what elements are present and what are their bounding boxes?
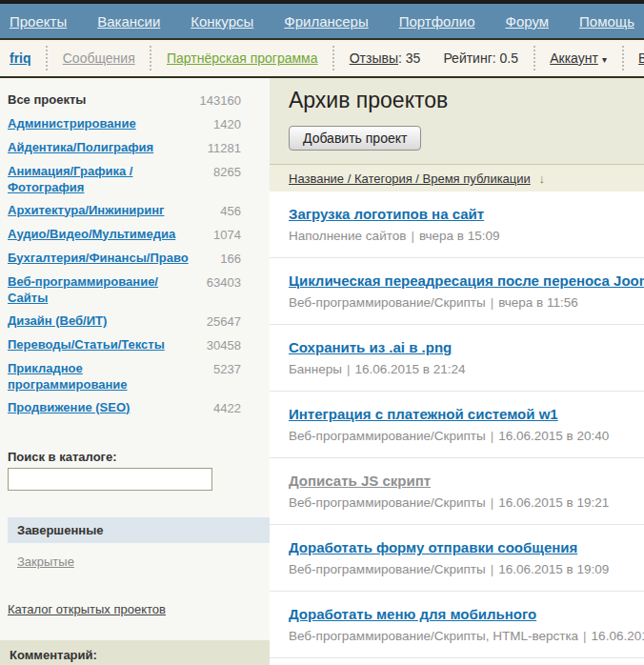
toolbar-separator	[150, 46, 151, 71]
category-count: 166	[220, 250, 241, 267]
category-item: Прикладное программирование 5237	[8, 356, 241, 395]
project-title-link[interactable]: Доработать меню для мобильного	[289, 606, 536, 622]
category-count: 4422	[213, 399, 241, 416]
category-item: Архитектура/Инжиниринг 456	[8, 198, 241, 222]
reviews-link[interactable]: Отзывы	[350, 50, 398, 66]
project-meta: Веб-программирование/Скрипты|16.06.2015 …	[289, 429, 644, 443]
page-content: Все проекты 143160 Администрирование 142…	[0, 78, 644, 661]
account-menu[interactable]: Аккаунт▾	[550, 50, 607, 66]
category-count: 143160	[200, 91, 241, 109]
project-meta: Веб-программирование/Скрипты|вчера в 11:…	[289, 295, 644, 310]
sort-descending-icon[interactable]: ↓	[538, 171, 545, 186]
category-count: 456	[220, 202, 241, 219]
partner-program-link[interactable]: Партнёрская программа	[167, 50, 318, 66]
category-link[interactable]: Архитектура/Инжиниринг	[8, 202, 164, 218]
category-link[interactable]: Прикладное программирование	[8, 360, 198, 393]
sort-bar: Название / Категория / Время публикации …	[270, 164, 644, 191]
category-list: Все проекты 143160 Администрирование 142…	[0, 88, 270, 419]
project-meta: Наполнение сайтов|вчера в 15:09	[289, 229, 644, 243]
category-item: Администрирование 1420	[8, 111, 241, 135]
add-project-button[interactable]: Добавить проект	[289, 126, 421, 151]
page-title: Архив проектов	[289, 88, 633, 113]
category-item: Продвижение (SEO) 4422	[8, 395, 241, 419]
meta-separator: |	[491, 429, 494, 443]
user-stats: Отзывы: 35 Рейтинг: 0.5	[350, 50, 518, 66]
open-projects-catalog-link[interactable]: Каталог открытых проектов	[8, 602, 166, 616]
project-item: Интеграция с платежной системой w1 Веб-п…	[270, 392, 644, 458]
project-item: Циклическая переадресация после переноса…	[270, 258, 644, 325]
category-item: Веб-программирование/Сайты 63403	[8, 270, 241, 309]
project-list: Загрузка логотипов на сайт Наполнение са…	[270, 191, 644, 661]
user-toolbar: friq Сообщения Партнёрская программа Отз…	[0, 40, 644, 78]
category-link[interactable]: Продвижение (SEO)	[8, 399, 130, 415]
meta-separator: |	[411, 229, 414, 243]
category-count: 25647	[207, 312, 241, 330]
project-time: 16.06.2015 в 1	[592, 629, 644, 643]
nav-item-help[interactable]: Помощь	[579, 13, 634, 30]
project-item: Сохранить из .ai в .png Баннеры|16.06.20…	[270, 325, 644, 392]
project-meta: Веб-программирование/Скрипты|16.06.2015 …	[289, 562, 644, 576]
category-item: Айдентика/Полиграфия 11281	[8, 135, 241, 159]
category-count: 1074	[213, 226, 241, 243]
project-category: Веб-программирование/Скрипты	[289, 429, 486, 443]
nav-item-portfolio[interactable]: Портфолио	[399, 13, 475, 30]
project-time: 16.06.2015 в 19:21	[498, 495, 609, 510]
nav-item-contests[interactable]: Конкурсы	[191, 13, 253, 30]
project-category: Баннеры	[289, 362, 342, 376]
category-count: 8265	[213, 163, 241, 180]
meta-separator: |	[491, 495, 494, 510]
toolbar-separator	[533, 46, 535, 71]
category-item: Переводы/Статьи/Тексты 30458	[8, 332, 241, 356]
completed-section-header: Завершенные	[8, 517, 270, 543]
search-input[interactable]	[8, 468, 212, 491]
meta-separator: |	[347, 362, 351, 376]
category-link[interactable]: Администрирование	[8, 115, 136, 131]
project-title-link[interactable]: Циклическая переадресация после переноса…	[289, 272, 644, 289]
sort-link[interactable]: Название / Категория / Время публикации	[289, 171, 531, 186]
project-title-link[interactable]: Дописать JS скрипт	[289, 473, 431, 489]
project-title-link[interactable]: Сохранить из .ai в .png	[289, 339, 452, 355]
project-category: Веб-программирование/Скрипты	[289, 562, 486, 576]
comment-section-header: Комментарий:	[0, 640, 270, 665]
category-count: 63403	[207, 273, 241, 291]
project-title-link[interactable]: Доработать форму отправки сообщения	[289, 539, 577, 555]
category-link[interactable]: Анимация/Графика /Фотография	[8, 163, 198, 195]
category-label: Все проекты	[8, 91, 86, 108]
project-item: Дописать JS скрипт Веб-программирование/…	[270, 458, 644, 525]
catalog-search: Поиск в каталоге:	[0, 450, 270, 491]
category-link[interactable]: Айдентика/Полиграфия	[8, 139, 153, 155]
project-meta: Веб-программирование/Скрипты|16.06.2015 …	[289, 495, 644, 510]
reviews-stat: Отзывы: 35	[350, 50, 421, 66]
project-time: 16.06.2015 в 20:40	[498, 429, 609, 443]
search-label: Поиск в каталоге:	[8, 450, 241, 464]
project-meta: Баннеры|16.06.2015 в 21:24	[289, 362, 644, 376]
nav-item-vacancies[interactable]: Вакансии	[97, 13, 160, 30]
project-item: Доработать меню для мобильного Веб-прогр…	[270, 592, 644, 658]
category-item: Бухгалтерия/Финансы/Право 166	[8, 246, 241, 270]
toolbar-separator	[622, 46, 624, 71]
nav-item-freelancers[interactable]: Фрилансеры	[284, 13, 368, 30]
meta-separator: |	[583, 629, 587, 643]
rating-stat: Рейтинг: 0.5	[443, 50, 518, 66]
meta-separator: |	[491, 562, 494, 576]
category-link[interactable]: Дизайн (Веб/ИТ)	[8, 312, 107, 329]
category-link[interactable]: Переводы/Статьи/Тексты	[8, 336, 165, 353]
toolbar-separator	[332, 46, 334, 71]
project-item: Доработать форму отправки сообщения Веб-…	[270, 525, 644, 592]
category-link[interactable]: Веб-программирование/Сайты	[8, 273, 198, 306]
logout-link[interactable]: Выход	[638, 50, 644, 66]
project-category: Веб-программирование/Скрипты	[289, 495, 486, 510]
category-count: 1420	[213, 115, 241, 132]
category-link[interactable]: Бухгалтерия/Финансы/Право	[8, 250, 189, 266]
closed-projects-link[interactable]: Закрытые	[17, 554, 74, 569]
project-title-link[interactable]: Загрузка логотипов на сайт	[289, 206, 484, 222]
category-item: Дизайн (Веб/ИТ) 25647	[8, 309, 241, 332]
project-title-link[interactable]: Интеграция с платежной системой w1	[289, 406, 558, 422]
username-link[interactable]: friq	[10, 50, 31, 66]
project-time: 16.06.2015 в 21:24	[355, 362, 466, 376]
nav-item-forum[interactable]: Форум	[505, 13, 549, 30]
category-link[interactable]: Аудио/Видео/Мультимедиа	[8, 226, 175, 242]
messages-link[interactable]: Сообщения	[63, 50, 135, 66]
nav-item-projects[interactable]: Проекты	[10, 13, 67, 30]
project-item: Загрузка логотипов на сайт Наполнение са…	[270, 191, 644, 258]
